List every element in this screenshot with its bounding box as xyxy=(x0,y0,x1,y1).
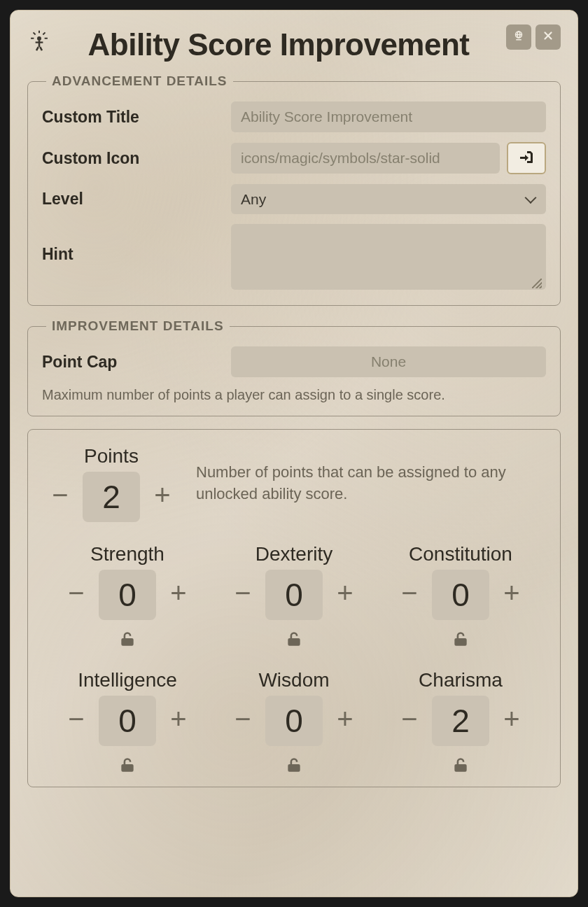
hint-textarea[interactable] xyxy=(231,224,546,290)
ability-increment-str[interactable]: + xyxy=(166,577,191,612)
ability-label-con: Constitution xyxy=(409,543,512,565)
lock-open-icon[interactable] xyxy=(118,756,136,777)
ability-decrement-int[interactable]: − xyxy=(64,703,89,738)
file-import-icon xyxy=(518,149,535,168)
svg-rect-1 xyxy=(38,41,41,47)
ability-value-int[interactable]: 0 xyxy=(99,696,156,746)
improvement-legend: IMPROVEMENT DETAILS xyxy=(46,318,230,334)
custom-icon-label: Custom Icon xyxy=(42,149,231,168)
points-label: Points xyxy=(84,445,139,467)
level-select[interactable]: Any xyxy=(231,184,546,214)
ability-increment-wis[interactable]: + xyxy=(332,703,358,738)
hint-label: Hint xyxy=(42,224,231,264)
ability-value-cha[interactable]: 2 xyxy=(432,696,489,746)
custom-title-input[interactable] xyxy=(231,101,546,132)
points-value[interactable]: 2 xyxy=(83,472,140,522)
ability-decrement-cha[interactable]: − xyxy=(397,703,422,738)
identifier-button[interactable] xyxy=(506,24,531,50)
ability-label-wis: Wisdom xyxy=(258,669,329,691)
ability-int: Intelligence−0+ xyxy=(48,669,207,777)
lock-open-icon[interactable] xyxy=(285,630,303,651)
ability-value-con[interactable]: 0 xyxy=(432,570,489,620)
person-starburst-icon xyxy=(27,30,51,54)
points-description: Number of points that can be assigned to… xyxy=(196,462,540,505)
point-cap-input[interactable] xyxy=(231,346,546,377)
points-stepper: Points − 2 + xyxy=(48,445,175,522)
custom-icon-input[interactable] xyxy=(231,143,500,174)
ability-label-str: Strength xyxy=(90,543,164,565)
ability-cha: Charisma−2+ xyxy=(381,669,540,777)
advancement-legend: ADVANCEMENT DETAILS xyxy=(46,73,233,89)
ability-decrement-con[interactable]: − xyxy=(397,577,422,612)
ability-wis: Wisdom−0+ xyxy=(214,669,374,777)
svg-line-3 xyxy=(36,47,38,50)
point-cap-label: Point Cap xyxy=(42,353,231,372)
ability-str: Strength−0+ xyxy=(48,543,207,651)
points-increment-button[interactable]: + xyxy=(150,479,175,514)
points-decrement-button[interactable]: − xyxy=(48,479,73,514)
dialog-window: Ability Score Improvement xyxy=(10,10,578,897)
dialog-title: Ability Score Improvement xyxy=(51,27,506,62)
custom-title-label: Custom Title xyxy=(42,108,231,127)
lock-open-icon[interactable] xyxy=(285,756,303,777)
ability-increment-cha[interactable]: + xyxy=(499,703,524,738)
ability-label-int: Intelligence xyxy=(78,669,177,691)
point-cap-help: Maximum number of points a player can as… xyxy=(42,387,546,403)
svg-line-6 xyxy=(34,32,36,34)
lock-open-icon[interactable] xyxy=(451,630,470,651)
ability-value-dex[interactable]: 0 xyxy=(265,570,323,620)
ability-increment-dex[interactable]: + xyxy=(332,577,358,612)
level-label: Level xyxy=(42,190,231,209)
close-button[interactable] xyxy=(536,24,561,50)
ability-decrement-str[interactable]: − xyxy=(64,577,89,612)
ability-con: Constitution−0+ xyxy=(381,543,540,651)
lock-open-icon[interactable] xyxy=(451,756,470,777)
dialog-header: Ability Score Improvement xyxy=(27,27,561,62)
ability-label-dex: Dexterity xyxy=(255,543,332,565)
ability-decrement-wis[interactable]: − xyxy=(230,703,255,738)
ability-increment-con[interactable]: + xyxy=(499,577,524,612)
ability-value-wis[interactable]: 0 xyxy=(265,696,323,746)
scores-panel: Points − 2 + Number of points that can b… xyxy=(27,429,561,787)
lock-open-icon[interactable] xyxy=(118,630,136,651)
ability-increment-int[interactable]: + xyxy=(166,703,191,738)
ability-value-str[interactable]: 0 xyxy=(99,570,156,620)
ability-decrement-dex[interactable]: − xyxy=(230,577,255,612)
globe-id-icon xyxy=(512,29,525,45)
svg-point-0 xyxy=(37,36,41,41)
close-icon xyxy=(542,29,554,45)
svg-line-7 xyxy=(43,32,45,34)
browse-icon-button[interactable] xyxy=(507,142,546,174)
ability-dex: Dexterity−0+ xyxy=(214,543,374,651)
svg-rect-2 xyxy=(36,41,43,43)
svg-line-4 xyxy=(40,47,42,50)
improvement-details-fieldset: IMPROVEMENT DETAILS Point Cap Maximum nu… xyxy=(27,318,561,416)
advancement-details-fieldset: ADVANCEMENT DETAILS Custom Title Custom … xyxy=(27,73,561,306)
ability-label-cha: Charisma xyxy=(419,669,503,691)
